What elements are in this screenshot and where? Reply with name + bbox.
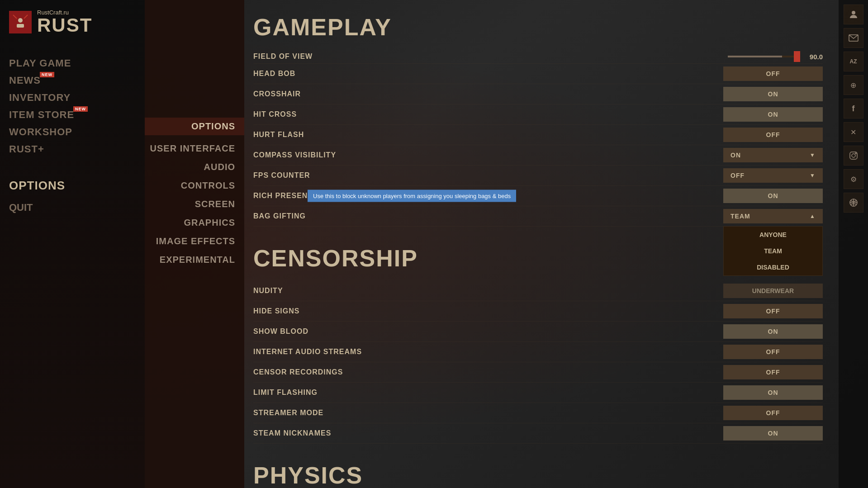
logo-icon bbox=[9, 11, 32, 33]
hide-signs-toggle[interactable]: OFF bbox=[723, 304, 823, 318]
setting-limit-flashing: LIMIT FLASHING ON bbox=[253, 383, 823, 403]
censor-recordings-label: CENSOR RECORDINGS bbox=[253, 368, 343, 376]
bag-gifting-control: TEAM ▲ ANYONE TEAM DISABLED bbox=[723, 209, 823, 223]
rich-presence-toggle[interactable]: ON bbox=[723, 189, 823, 203]
fov-label: FIELD OF VIEW bbox=[253, 52, 313, 61]
bag-gifting-value: TEAM bbox=[730, 213, 750, 220]
nav-news[interactable]: NEWSNEW bbox=[9, 75, 41, 86]
bag-gifting-dropdown-menu: ANYONE TEAM DISABLED bbox=[723, 226, 823, 276]
hurt-flash-label: HURT FLASH bbox=[253, 131, 304, 139]
hurt-flash-toggle[interactable]: OFF bbox=[723, 128, 823, 142]
right-icons-panel: AZ ⊕ f ✕ ⚙ bbox=[839, 0, 868, 488]
twitter-icon[interactable]: ✕ bbox=[844, 122, 863, 142]
setting-compass: COMPASS VISIBILITY ON ▼ bbox=[253, 145, 823, 166]
rich-presence-tooltip: Use this to block unknown players from a… bbox=[308, 190, 516, 202]
options-nav-graphics[interactable]: GRAPHICS bbox=[145, 218, 244, 228]
logo-area: RustCraft.ru RUST bbox=[0, 9, 101, 35]
options-nav-experimental[interactable]: EXPERIMENTAL bbox=[145, 255, 244, 265]
instagram-icon[interactable] bbox=[844, 146, 863, 166]
setting-fov: FIELD OF VIEW 90.0 bbox=[253, 50, 823, 64]
internet-audio-toggle[interactable]: OFF bbox=[723, 345, 823, 359]
head-bob-label: HEAD BOB bbox=[253, 70, 295, 78]
steam-nicknames-control: ON bbox=[723, 426, 823, 441]
show-blood-label: SHOW BLOOD bbox=[253, 327, 308, 336]
itemstore-badge: NEW bbox=[73, 106, 88, 112]
fov-slider-track[interactable] bbox=[728, 56, 800, 57]
gameplay-heading: GAMEPLAY bbox=[253, 14, 823, 41]
crosshair-toggle[interactable]: ON bbox=[723, 87, 823, 101]
options-nav-controls[interactable]: CONTROLS bbox=[145, 180, 244, 191]
nav-item-store[interactable]: ITEM STORENEW bbox=[9, 109, 74, 121]
crosshair-label: CROSSHAIR bbox=[253, 90, 301, 98]
internet-audio-label: INTERNET AUDIO STREAMS bbox=[253, 348, 362, 356]
limit-flashing-control: ON bbox=[723, 385, 823, 400]
fov-value: 90.0 bbox=[805, 53, 823, 61]
nav-workshop[interactable]: WORKSHOP bbox=[9, 126, 72, 138]
logo-text-group: RustCraft.ru RUST bbox=[37, 9, 92, 35]
fov-control: 90.0 bbox=[723, 53, 823, 61]
rich-presence-control: ON bbox=[723, 189, 823, 203]
show-blood-toggle[interactable]: ON bbox=[723, 324, 823, 339]
bag-gifting-label: BAG GIFTING bbox=[253, 212, 306, 220]
censor-recordings-toggle[interactable]: OFF bbox=[723, 365, 823, 379]
nav-play-game[interactable]: PLAY GAME bbox=[9, 57, 71, 69]
hide-signs-label: HIDE SIGNS bbox=[253, 307, 299, 315]
head-bob-toggle[interactable]: OFF bbox=[723, 66, 823, 81]
options-nav-screen[interactable]: SCREEN bbox=[145, 199, 244, 209]
setting-hurt-flash: HURT FLASH OFF bbox=[253, 125, 823, 145]
setting-rich-presence: RICH PRESENCE Use this to block unknown … bbox=[253, 186, 823, 206]
setting-crosshair: CROSSHAIR ON bbox=[253, 84, 823, 104]
fps-counter-dropdown[interactable]: OFF ▼ bbox=[723, 168, 823, 183]
bag-gifting-dropdown[interactable]: TEAM ▲ bbox=[723, 209, 823, 223]
setting-streamer-mode: STREAMER MODE OFF bbox=[253, 403, 823, 423]
hit-cross-label: HIT CROSS bbox=[253, 110, 297, 118]
setting-show-blood: SHOW BLOOD ON bbox=[253, 322, 823, 342]
options-panel: OPTIONS USER INTERFACE AUDIO CONTROLS SC… bbox=[145, 0, 244, 488]
show-blood-control: ON bbox=[723, 324, 823, 339]
bag-gifting-option-team[interactable]: TEAM bbox=[724, 243, 822, 259]
bag-gifting-option-disabled[interactable]: DISABLED bbox=[724, 259, 822, 275]
hit-cross-control: ON bbox=[723, 107, 823, 122]
hit-cross-toggle[interactable]: ON bbox=[723, 107, 823, 122]
options-nav-user-interface[interactable]: USER INTERFACE bbox=[145, 143, 244, 154]
fov-slider-thumb[interactable] bbox=[794, 51, 800, 62]
head-bob-control: OFF bbox=[723, 66, 823, 81]
facebook-icon[interactable]: f bbox=[844, 99, 863, 118]
limit-flashing-toggle[interactable]: ON bbox=[723, 385, 823, 400]
bag-gifting-option-anyone[interactable]: ANYONE bbox=[724, 227, 822, 243]
discord-icon[interactable]: ⊕ bbox=[844, 75, 863, 95]
svg-point-1 bbox=[18, 18, 23, 23]
censor-recordings-control: OFF bbox=[723, 365, 823, 379]
steam-icon[interactable]: ⚙ bbox=[844, 169, 863, 189]
mail-icon[interactable] bbox=[844, 28, 863, 48]
translate-icon[interactable]: AZ bbox=[844, 52, 863, 71]
setting-internet-audio: INTERNET AUDIO STREAMS OFF bbox=[253, 342, 823, 362]
setting-steam-nicknames: STEAM NICKNAMES ON bbox=[253, 423, 823, 444]
fps-counter-value: OFF bbox=[730, 172, 745, 179]
steam-nicknames-label: STEAM NICKNAMES bbox=[253, 429, 331, 437]
compass-value: ON bbox=[730, 152, 741, 159]
steam-nicknames-toggle[interactable]: ON bbox=[723, 426, 823, 441]
setting-nudity: NUDITY UNDERWEAR bbox=[253, 281, 823, 301]
compass-dropdown[interactable]: ON ▼ bbox=[723, 148, 823, 162]
nav-inventory[interactable]: INVENTORY bbox=[9, 92, 71, 104]
globe-icon[interactable] bbox=[844, 193, 863, 213]
nudity-value[interactable]: UNDERWEAR bbox=[723, 284, 823, 298]
nav-rustplus[interactable]: RUST+ bbox=[9, 143, 44, 155]
avatar-icon[interactable] bbox=[844, 5, 863, 24]
svg-point-8 bbox=[852, 154, 855, 157]
svg-rect-2 bbox=[17, 24, 24, 28]
options-nav-audio[interactable]: AUDIO bbox=[145, 162, 244, 172]
physics-heading: PHYSICS bbox=[253, 462, 823, 488]
setting-bag-gifting: BAG GIFTING TEAM ▲ ANYONE TEAM DISABLED bbox=[253, 206, 823, 227]
rust-logo: RUST bbox=[37, 16, 92, 35]
internet-audio-control: OFF bbox=[723, 345, 823, 359]
streamer-mode-toggle[interactable]: OFF bbox=[723, 406, 823, 420]
hide-signs-control: OFF bbox=[723, 304, 823, 318]
sidebar: RustCraft.ru RUST PLAY GAME NEWSNEW INVE… bbox=[0, 0, 145, 488]
limit-flashing-label: LIMIT FLASHING bbox=[253, 389, 318, 397]
options-nav-options[interactable]: OPTIONS bbox=[145, 118, 244, 135]
quit-button[interactable]: QUIT bbox=[0, 202, 42, 213]
options-nav-image-effects[interactable]: IMAGE EFFECTS bbox=[145, 236, 244, 246]
main-nav: PLAY GAME NEWSNEW INVENTORY ITEM STORENE… bbox=[0, 57, 145, 161]
